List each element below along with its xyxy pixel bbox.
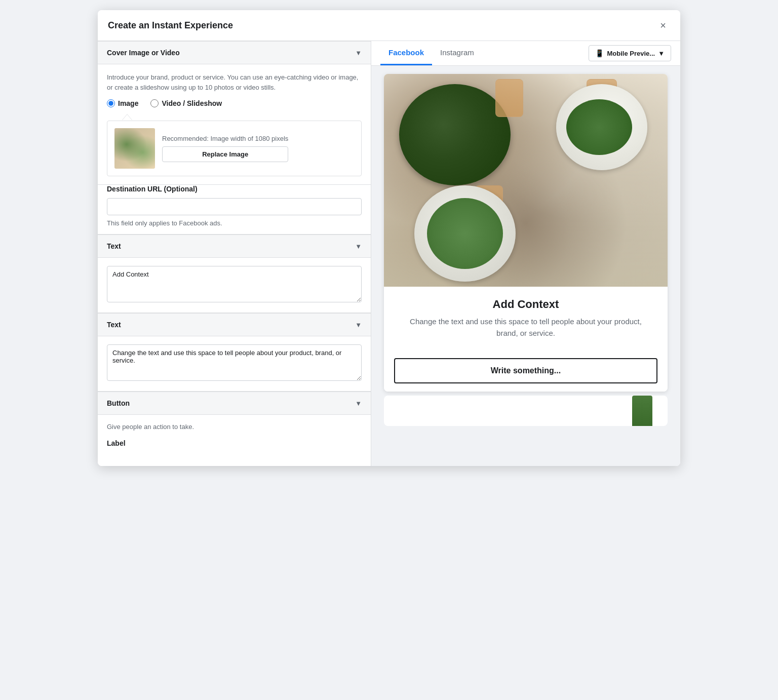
text-section-1-chevron: ▼ (355, 243, 362, 250)
text-section-2-header[interactable]: Text ▼ (98, 313, 371, 336)
image-upload-box: Recommended: Image width of 1080 pixels … (107, 121, 362, 176)
bottom-green-hint (632, 396, 652, 426)
cover-section-content: Introduce your brand, product or service… (98, 64, 371, 184)
destination-url-section: Destination URL (Optional) This field on… (98, 185, 371, 234)
image-rec-text: Recommended: Image width of 1080 pixels (162, 135, 288, 142)
plate-1 (399, 84, 511, 185)
radio-video-option[interactable]: Video / Slideshow (150, 99, 222, 107)
text-section-2-chevron: ▼ (355, 321, 362, 329)
mobile-preview-button[interactable]: 📱 Mobile Previe... ▼ (589, 45, 671, 61)
radio-video-label: Video / Slideshow (162, 99, 222, 107)
divider-arrow (122, 114, 132, 121)
replace-image-button[interactable]: Replace Image (162, 146, 288, 162)
preview-text-section: Add Context Change the text and use this… (384, 287, 668, 350)
glass-2 (495, 79, 523, 117)
modal-header: Create an Instant Experience × (98, 10, 680, 41)
text-section-2-content: Change the text and use this space to te… (98, 336, 371, 391)
cover-section-header[interactable]: Cover Image or Video ▼ (98, 41, 371, 64)
preview-cta-button[interactable]: Write something... (394, 358, 657, 383)
destination-url-label: Destination URL (Optional) (107, 185, 362, 193)
tab-instagram[interactable]: Instagram (432, 41, 482, 65)
plate-food-2 (566, 99, 632, 155)
food-thumb-image (114, 128, 155, 169)
close-button[interactable]: × (656, 18, 670, 32)
preview-cta-section: Write something... (384, 350, 668, 392)
text-section-2-textarea[interactable]: Change the text and use this space to te… (107, 344, 362, 381)
mobile-preview-icon: 📱 (595, 49, 604, 57)
radio-image-label: Image (118, 99, 138, 107)
cover-chevron-icon: ▼ (355, 49, 362, 57)
preview-content: Add Context Change the text and use this… (371, 66, 680, 466)
text-section-1-header[interactable]: Text ▼ (98, 235, 371, 258)
cover-description: Introduce your brand, product or service… (107, 72, 362, 92)
image-thumbnail (114, 128, 155, 169)
radio-group: Image Video / Slideshow (107, 99, 362, 107)
preview-tabs: Facebook Instagram 📱 Mobile Previe... ▼ (371, 41, 680, 66)
cover-section-title: Cover Image or Video (107, 49, 180, 57)
button-section-content: Give people an action to take. Label (98, 415, 371, 459)
phone-preview: Add Context Change the text and use this… (384, 74, 668, 392)
radio-image-option[interactable]: Image (107, 99, 138, 107)
preview-food-image (384, 74, 668, 287)
tab-list: Facebook Instagram (380, 41, 482, 65)
create-instant-experience-modal: Create an Instant Experience × Cover Ima… (98, 10, 680, 466)
preview-dropdown-icon: ▼ (658, 50, 665, 57)
modal-body: Cover Image or Video ▼ Introduce your br… (98, 41, 680, 466)
radio-image-input[interactable] (107, 99, 115, 107)
left-panel: Cover Image or Video ▼ Introduce your br… (98, 41, 371, 466)
destination-url-helper: This field only applies to Facebook ads. (107, 219, 362, 227)
mobile-preview-label: Mobile Previe... (607, 50, 655, 57)
button-section-header[interactable]: Button ▼ (98, 392, 371, 415)
preview-context-description: Change the text and use this space to te… (399, 316, 652, 339)
text-section-2-title: Text (107, 321, 121, 329)
text-section-1-content: Add Context (98, 258, 371, 313)
text-section-1-title: Text (107, 242, 121, 250)
destination-url-input[interactable] (107, 198, 362, 215)
right-panel: Facebook Instagram 📱 Mobile Previe... ▼ (371, 41, 680, 466)
radio-video-input[interactable] (150, 99, 159, 107)
button-description: Give people an action to take. (107, 422, 362, 432)
bottom-preview-partial (384, 396, 668, 426)
text-section-1-textarea[interactable]: Add Context (107, 266, 362, 302)
button-section-chevron: ▼ (355, 400, 362, 407)
preview-context-title: Add Context (399, 298, 652, 311)
button-section-title: Button (107, 399, 130, 407)
image-info: Recommended: Image width of 1080 pixels … (162, 135, 288, 162)
button-label-text: Label (107, 439, 362, 447)
tab-facebook[interactable]: Facebook (380, 41, 432, 65)
plate-food-3 (427, 198, 503, 269)
modal-title: Create an Instant Experience (108, 20, 233, 31)
